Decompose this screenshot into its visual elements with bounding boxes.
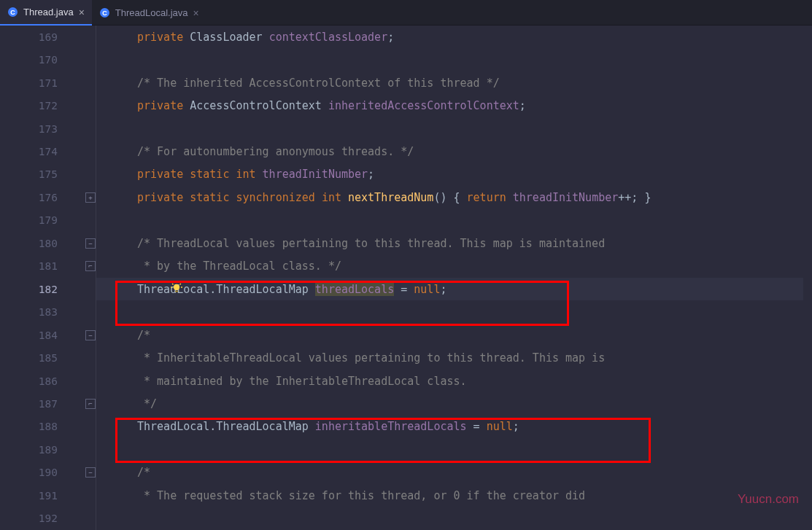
svg-text:C: C	[10, 9, 15, 16]
code-line	[96, 48, 812, 71]
gutter: 169 170 171 172 173 174 175 176+ 179 180…	[0, 26, 96, 530]
svg-point-4	[174, 284, 179, 290]
minimap[interactable]	[803, 26, 812, 530]
code-line	[96, 117, 812, 140]
code-line: ThreadLocal.ThreadLocalMap inheritableTh…	[96, 416, 812, 438]
line-number: 179	[39, 214, 58, 226]
fold-collapse-icon[interactable]: −	[85, 238, 96, 249]
svg-text:C: C	[102, 9, 107, 17]
code-line: * maintained by the InheritableThreadLoc…	[96, 370, 812, 392]
line-number: 172	[39, 100, 58, 112]
code-line: * The requested stack size for this thre…	[96, 484, 812, 507]
code-line: private static synchronized int nextThre…	[96, 186, 812, 209]
close-icon[interactable]: ×	[79, 7, 85, 18]
code-line	[96, 300, 812, 323]
code-area[interactable]: private ClassLoader contextClassLoader; …	[96, 26, 812, 530]
line-number: 185	[39, 352, 58, 364]
tab-threadlocal-java[interactable]: C ThreadLocal.java ×	[92, 0, 206, 26]
fold-collapse-icon[interactable]: −	[85, 467, 96, 478]
tab-label: Thread.java	[23, 7, 74, 17]
fold-end-icon[interactable]: ⌐	[85, 261, 96, 271]
code-line: private ClassLoader contextClassLoader;	[96, 26, 812, 48]
line-number: 188	[39, 421, 58, 432]
line-number: 182	[39, 284, 58, 295]
code-line: /* ThreadLocal values pertaining to this…	[96, 232, 812, 254]
code-line: /*	[96, 324, 812, 346]
code-line: /* The inherited AccessControlContext of…	[96, 71, 812, 94]
code-line	[96, 209, 812, 232]
line-number: 186	[39, 375, 58, 387]
code-line: * InheritableThreadLocal values pertaini…	[96, 346, 812, 369]
java-class-icon: C	[7, 7, 18, 17]
fold-expand-icon[interactable]: +	[85, 192, 96, 203]
fold-end-icon[interactable]: ⌐	[85, 399, 96, 409]
line-number: 183	[39, 306, 58, 318]
code-line	[96, 438, 812, 461]
line-number: 181	[39, 260, 58, 272]
line-number: 176	[39, 192, 58, 203]
line-number: 171	[39, 77, 58, 89]
line-number: 174	[39, 146, 58, 157]
code-line-active: ThreadLocal.ThreadLocalMap threadLocals …	[96, 278, 812, 300]
line-number: 187	[39, 398, 58, 410]
line-number: 189	[39, 444, 58, 456]
code-line: private static int threadInitNumber;	[96, 163, 812, 186]
line-number: 170	[39, 54, 58, 66]
close-icon[interactable]: ×	[193, 7, 199, 19]
java-class-icon: C	[99, 7, 110, 18]
code-editor[interactable]: 169 170 171 172 173 174 175 176+ 179 180…	[0, 26, 812, 530]
tab-thread-java[interactable]: C Thread.java ×	[0, 0, 92, 26]
line-number: 169	[39, 31, 58, 43]
code-line: private AccessControlContext inheritedAc…	[96, 94, 812, 117]
editor-tabs: C Thread.java × C ThreadLocal.java ×	[0, 0, 812, 26]
line-number: 190	[39, 467, 58, 478]
tab-label: ThreadLocal.java	[115, 7, 188, 18]
code-line	[96, 507, 812, 530]
line-number: 184	[39, 330, 58, 341]
line-number: 191	[39, 490, 58, 502]
code-line: /*	[96, 461, 812, 484]
fold-collapse-icon[interactable]: −	[85, 330, 96, 340]
line-number: 180	[39, 238, 58, 249]
line-number: 173	[39, 123, 58, 135]
watermark-text: Yuucn.com	[738, 492, 799, 507]
code-line: /* For autonumbering anonymous threads. …	[96, 140, 812, 163]
line-number: 175	[39, 168, 58, 180]
line-number: 192	[39, 513, 58, 524]
code-line: * by the ThreadLocal class. */	[96, 255, 812, 278]
code-line: */	[96, 392, 812, 415]
